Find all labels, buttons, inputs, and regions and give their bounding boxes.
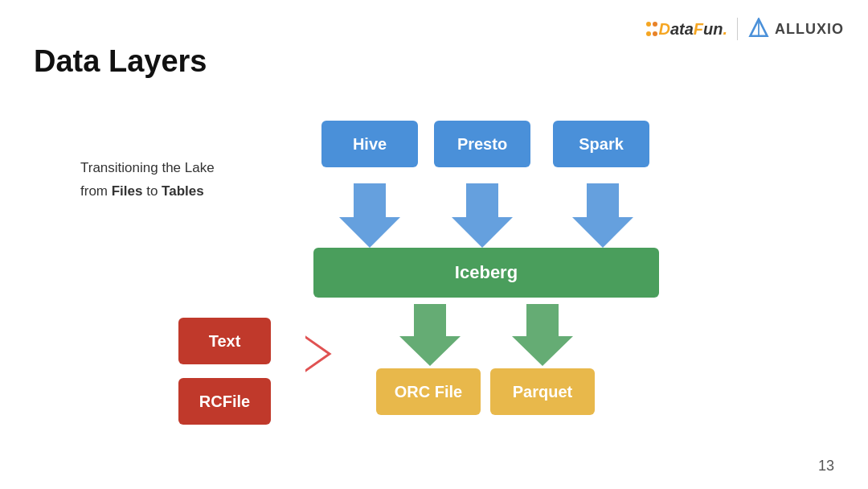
hive-arrow	[339, 183, 400, 248]
alluxio-logo: ALLUXIO	[747, 18, 844, 40]
parquet-arrow	[512, 304, 573, 366]
red-right-arrow	[305, 326, 330, 382]
description-line1: Transitioning the Lake	[80, 157, 215, 180]
desc-from: from	[80, 183, 112, 199]
alluxio-icon	[747, 18, 770, 40]
diagram: Hive Presto Spark Iceberg ORC File Parqu…	[305, 113, 836, 450]
description-line2: from Files to Tables	[80, 180, 215, 203]
hive-box: Hive	[321, 121, 418, 167]
datafun-dots	[646, 22, 657, 36]
iceberg-box: Iceberg	[313, 248, 659, 298]
logo-divider	[737, 18, 738, 40]
desc-tables: Tables	[162, 183, 204, 199]
presto-arrow	[452, 183, 513, 248]
datafun-text: DataFun.	[658, 20, 727, 39]
datafun-logo: DataFun.	[646, 20, 727, 39]
header-logos: DataFun. ALLUXIO	[646, 18, 844, 40]
spark-box: Spark	[553, 121, 649, 167]
desc-to: to	[142, 183, 162, 199]
page-title: Data Layers	[34, 44, 207, 79]
orc-file-box: ORC File	[376, 368, 481, 415]
page-number: 13	[818, 458, 834, 475]
desc-files: Files	[112, 183, 143, 199]
presto-box: Presto	[434, 121, 530, 167]
spark-arrow	[572, 183, 633, 248]
dot4	[653, 31, 657, 36]
rcfile-box: RCFile	[178, 378, 271, 425]
left-description: Transitioning the Lake from Files to Tab…	[80, 157, 215, 203]
text-box: Text	[178, 318, 271, 364]
orc-arrow	[399, 304, 461, 366]
dot2	[653, 22, 657, 27]
parquet-box: Parquet	[490, 368, 595, 415]
dot3	[646, 31, 651, 36]
dot1	[646, 22, 651, 27]
alluxio-text: ALLUXIO	[775, 21, 844, 38]
